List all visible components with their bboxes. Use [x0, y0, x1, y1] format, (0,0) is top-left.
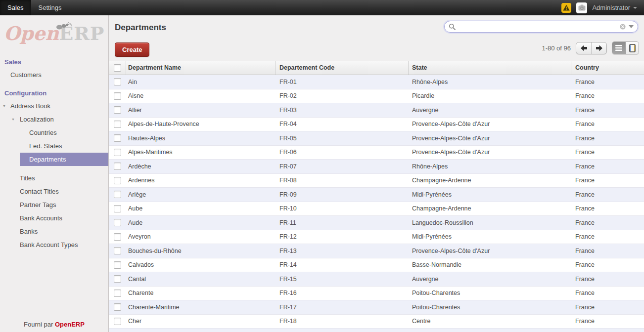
cell-name: Ardèche: [126, 163, 276, 170]
row-checkbox-cell: [109, 163, 126, 170]
select-all-checkbox[interactable]: [114, 64, 121, 72]
row-checkbox-cell: [109, 92, 126, 100]
sidebar-item-fed-states[interactable]: Fed. States: [0, 139, 108, 153]
sidebar-nav: SalesCustomersConfiguration▼Address Book…: [0, 53, 108, 318]
cell-code: FR-06: [276, 149, 409, 156]
row-checkbox[interactable]: [114, 219, 121, 226]
column-header-department-name[interactable]: Department Name: [126, 61, 276, 75]
row-checkbox[interactable]: [114, 275, 121, 283]
table-row[interactable]: Hautes-AlpesFR-05Provence-Alpes-Côte d'A…: [109, 131, 644, 146]
sidebar-item-label: Banks: [20, 228, 38, 235]
view-form-button[interactable]: [626, 42, 639, 54]
cell-name: Allier: [126, 107, 276, 114]
sidebar-group: TitlesContact TitlesPartner TagsBank Acc…: [0, 171, 108, 251]
warning-icon[interactable]: [561, 3, 571, 13]
row-checkbox[interactable]: [114, 303, 121, 311]
cell-country: France: [571, 163, 644, 170]
row-checkbox-cell: [109, 191, 126, 198]
row-checkbox[interactable]: [114, 134, 121, 142]
cell-code: FR-18: [276, 318, 409, 325]
ant-icon: [55, 21, 72, 30]
cell-country: France: [571, 79, 644, 85]
row-checkbox[interactable]: [114, 205, 121, 212]
row-checkbox-cell: [109, 106, 126, 114]
row-checkbox-cell: [109, 247, 126, 254]
create-button[interactable]: Create: [115, 42, 149, 57]
table-row[interactable]: ArdècheFR-07Rhône-AlpesFrance: [109, 160, 644, 174]
pager: 1-80 of 96: [542, 42, 639, 54]
table-row[interactable]: Bouches-du-RhôneFR-13Provence-Alpes-Côte…: [109, 244, 644, 258]
avatar[interactable]: [576, 2, 587, 13]
sidebar-item-bank-accounts[interactable]: Bank Accounts: [0, 211, 108, 225]
row-checkbox[interactable]: [114, 78, 121, 85]
cell-name: Ariège: [126, 191, 276, 198]
chevron-down-icon[interactable]: ▼: [11, 113, 15, 126]
table-row[interactable]: AveyronFR-12Midi-PyrénéesFrance: [109, 230, 644, 245]
search-input[interactable]: [459, 23, 617, 31]
pager-next-button[interactable]: [591, 42, 606, 54]
column-header-state[interactable]: State: [409, 61, 571, 75]
table-row[interactable]: AudeFR-11Languedoc-RoussillonFrance: [109, 216, 644, 230]
table-row[interactable]: AubeFR-10Champagne-ArdenneFrance: [109, 202, 644, 216]
row-checkbox[interactable]: [114, 149, 121, 156]
sidebar-item-titles[interactable]: Titles: [0, 171, 108, 185]
sidebar-item-address-book[interactable]: ▼Address Book: [0, 99, 108, 113]
table-row[interactable]: CharenteFR-16Poitou-CharentesFrance: [109, 287, 644, 301]
user-menu[interactable]: Administrator: [592, 4, 637, 11]
sidebar-section-configuration[interactable]: Configuration: [0, 87, 108, 99]
sidebar-item-contact-titles[interactable]: Contact Titles: [0, 185, 108, 198]
triangle-exclamation-icon: [563, 4, 570, 11]
search-options-icon[interactable]: [629, 25, 634, 28]
row-checkbox[interactable]: [114, 233, 121, 241]
chevron-down-icon[interactable]: ▼: [2, 99, 6, 113]
table-row[interactable]: CherFR-18CentreFrance: [109, 315, 644, 329]
row-checkbox[interactable]: [114, 247, 121, 254]
sidebar-item-localization[interactable]: ▼Localization: [0, 113, 108, 126]
table-row[interactable]: Alpes-MaritimesFR-06Provence-Alpes-Côte …: [109, 146, 644, 160]
row-checkbox[interactable]: [114, 261, 121, 269]
view-list-button[interactable]: [612, 42, 626, 54]
sidebar-item-departments[interactable]: Departments: [20, 153, 108, 166]
row-checkbox[interactable]: [114, 290, 121, 297]
table-row[interactable]: CalvadosFR-14Basse-NormandieFrance: [109, 258, 644, 273]
table-row[interactable]: Alpes-de-Haute-ProvenceFR-04Provence-Alp…: [109, 118, 644, 132]
sidebar-item-countries[interactable]: Countries: [0, 126, 108, 139]
row-checkbox[interactable]: [114, 163, 121, 170]
sidebar-item-banks[interactable]: Banks: [0, 225, 108, 238]
row-checkbox[interactable]: [114, 92, 121, 100]
row-checkbox[interactable]: [114, 318, 121, 325]
table-row[interactable]: CantalFR-15AuvergneFrance: [109, 272, 644, 287]
row-checkbox[interactable]: [114, 177, 121, 184]
username: Administrator: [592, 4, 630, 11]
cell-country: France: [571, 149, 644, 156]
menu-settings[interactable]: Settings: [31, 0, 69, 15]
row-checkbox[interactable]: [114, 106, 121, 114]
sidebar-item-label: Countries: [29, 129, 57, 136]
sidebar-item-customers[interactable]: Customers: [0, 68, 108, 82]
cell-state: Provence-Alpes-Côte d'Azur: [409, 248, 571, 254]
table-row[interactable]: AriègeFR-09Midi-PyrénéesFrance: [109, 188, 644, 202]
pager-prev-button[interactable]: [576, 42, 591, 54]
table-row[interactable]: Charente-MaritimeFR-17Poitou-CharentesFr…: [109, 300, 644, 315]
cell-code: FR-13: [276, 248, 409, 254]
menu-sales[interactable]: Sales: [0, 0, 31, 15]
table-row[interactable]: AinFR-01Rhône-AlpesFrance: [109, 75, 644, 89]
sidebar-item-label: Titles: [20, 174, 35, 182]
sidebar-group: ▼Address Book▼LocalizationCountriesFed. …: [0, 99, 108, 166]
row-checkbox[interactable]: [114, 191, 121, 198]
table-row[interactable]: ArdennesFR-08Champagne-ArdenneFrance: [109, 174, 644, 188]
column-header-departement-code[interactable]: Departement Code: [276, 61, 409, 75]
table-row[interactable]: AisneFR-02PicardieFrance: [109, 89, 644, 104]
cell-country: France: [571, 121, 644, 127]
search-box[interactable]: [444, 21, 638, 33]
row-checkbox-cell: [109, 134, 126, 142]
column-header-country[interactable]: Country: [571, 61, 644, 75]
search-clear-icon[interactable]: [620, 24, 626, 30]
cell-state: Midi-Pyrénées: [409, 233, 571, 240]
row-checkbox[interactable]: [114, 121, 121, 128]
sidebar-item-partner-tags[interactable]: Partner Tags: [0, 198, 108, 211]
table-row[interactable]: AllierFR-03AuvergneFrance: [109, 103, 644, 118]
sidebar-item-bank-account-types[interactable]: Bank Account Types: [0, 238, 108, 251]
sidebar-section-sales[interactable]: Sales: [0, 56, 108, 68]
openerp-brand-link[interactable]: OpenERP: [55, 321, 85, 328]
